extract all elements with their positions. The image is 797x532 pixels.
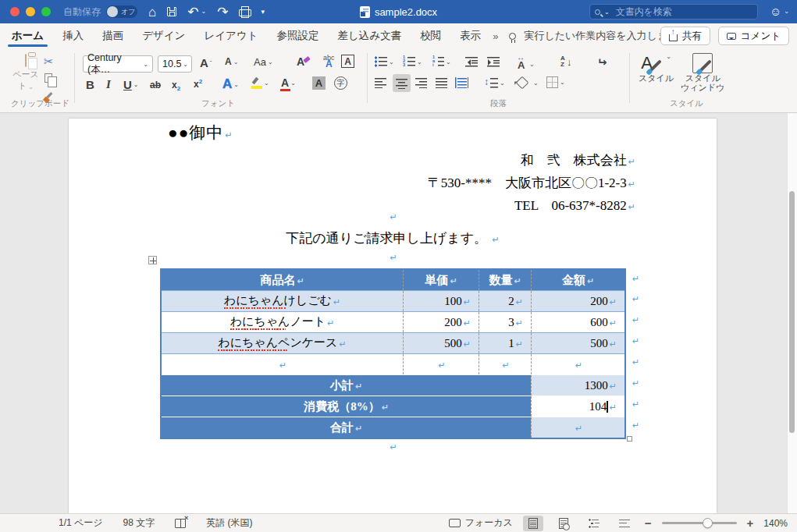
- tab-draw[interactable]: 描画: [101, 24, 124, 48]
- word-count[interactable]: 98 文字: [123, 516, 155, 530]
- quantity-cell[interactable]: 3: [479, 312, 531, 332]
- header-cell-unit-price[interactable]: 単価: [403, 270, 479, 290]
- empty-cell[interactable]: [403, 354, 479, 374]
- align-right-button[interactable]: [415, 77, 427, 88]
- tax-value-cell[interactable]: 104: [531, 396, 624, 417]
- amount-cell[interactable]: 500: [531, 333, 624, 353]
- shading-button[interactable]: ⌄: [518, 78, 539, 87]
- intro-line[interactable]: 下記の通りご請求申し上げます。: [69, 229, 717, 247]
- zoom-level[interactable]: 140%: [763, 518, 788, 529]
- borders-button[interactable]: ⌄: [546, 76, 565, 88]
- font-size-select[interactable]: 10.5⌄: [158, 55, 192, 73]
- change-case-button[interactable]: Aa⌄: [254, 56, 273, 68]
- unit-price-cell[interactable]: 200: [403, 312, 479, 332]
- redo-icon[interactable]: ↷: [217, 5, 228, 19]
- search-input[interactable]: ⌄ 文書内を検索: [589, 4, 758, 20]
- distribute-button[interactable]: [455, 77, 468, 88]
- empty-cell[interactable]: [531, 354, 624, 374]
- draft-view-button[interactable]: [614, 516, 635, 531]
- show-marks-button[interactable]: ↵: [597, 55, 607, 69]
- font-name-select[interactable]: Century (本…⌄: [83, 55, 153, 73]
- bullets-button[interactable]: ⌄: [375, 56, 394, 67]
- text-direction-button[interactable]: ⌄: [515, 58, 535, 70]
- comment-button[interactable]: コメント: [718, 27, 789, 45]
- character-shading-button[interactable]: A: [312, 76, 326, 90]
- zoom-out-button[interactable]: −: [645, 516, 652, 530]
- decrease-indent-button[interactable]: [465, 56, 478, 67]
- sender-block[interactable]: 和 弐 株式会社 〒530-**** 大阪市北区〇〇1-2-3 TEL 06-6…: [428, 150, 635, 218]
- empty-paragraph[interactable]: [69, 211, 717, 223]
- empty-cell[interactable]: [162, 354, 403, 374]
- unit-price-cell[interactable]: 500: [403, 333, 479, 353]
- align-left-button[interactable]: [375, 77, 386, 88]
- style-window-button[interactable]: スタイルウィンドウ: [681, 53, 724, 92]
- focus-mode-button[interactable]: フォーカス: [449, 516, 513, 530]
- scrollbar-thumb[interactable]: [789, 191, 795, 433]
- close-window-button[interactable]: [10, 7, 20, 16]
- product-name-cell[interactable]: わにちゃんペンケース: [162, 333, 403, 353]
- enclose-characters-button[interactable]: 字: [334, 76, 347, 90]
- tab-layout[interactable]: レイアウト: [203, 24, 258, 48]
- home-icon[interactable]: ⌂: [148, 5, 156, 19]
- bold-button[interactable]: B: [86, 78, 94, 91]
- product-name-cell[interactable]: わにちゃんけしごむ: [162, 291, 403, 311]
- tab-view[interactable]: 表示: [459, 24, 482, 48]
- quantity-cell[interactable]: 2: [479, 291, 531, 311]
- line-spacing-button[interactable]: ⌄: [484, 77, 505, 88]
- empty-cell[interactable]: [479, 354, 531, 374]
- proofing-status-icon[interactable]: [175, 519, 186, 528]
- text-effects-button[interactable]: A⌄: [222, 76, 239, 92]
- print-icon[interactable]: [239, 6, 250, 17]
- maximize-window-button[interactable]: [41, 7, 51, 16]
- zoom-slider[interactable]: [662, 522, 737, 524]
- tab-references[interactable]: 参照設定: [276, 24, 320, 48]
- quantity-cell[interactable]: 1: [479, 333, 531, 353]
- document-page[interactable]: ●●御中 和 弐 株式会社 〒530-**** 大阪市北区〇〇1-2-3 TEL…: [69, 119, 717, 513]
- undo-icon[interactable]: ↶⌄: [187, 5, 206, 19]
- superscript-button[interactable]: x2: [194, 78, 202, 90]
- multilevel-list-button[interactable]: ⌄: [432, 56, 451, 67]
- header-cell-product[interactable]: 商品名: [162, 270, 403, 290]
- empty-paragraph[interactable]: [69, 251, 717, 264]
- header-cell-quantity[interactable]: 数量: [479, 270, 531, 290]
- tab-overflow-icon[interactable]: »: [493, 30, 496, 42]
- shrink-font-button[interactable]: A⌄: [225, 56, 238, 67]
- character-border-button[interactable]: A: [341, 55, 354, 68]
- clear-formatting-button[interactable]: A: [297, 55, 304, 68]
- sort-button[interactable]: [560, 56, 573, 69]
- paste-button[interactable]: ペースト⌄: [12, 55, 39, 92]
- header-cell-amount[interactable]: 金額: [531, 270, 624, 290]
- minimize-window-button[interactable]: [26, 7, 35, 16]
- total-value-cell[interactable]: [531, 417, 624, 438]
- empty-paragraph[interactable]: [69, 441, 717, 453]
- copy-button[interactable]: [44, 73, 52, 83]
- invoice-table[interactable]: 商品名 単価 数量 金額 わにちゃんけしごむ 100 2 200 わにちゃんノー…: [160, 268, 626, 439]
- feedback-smiley-icon[interactable]: ☺⌄: [770, 5, 789, 18]
- numbering-button[interactable]: ⌄: [403, 56, 422, 67]
- product-name-cell[interactable]: わにちゃんノート: [162, 312, 403, 332]
- share-button[interactable]: 共有: [660, 27, 710, 45]
- outline-view-button[interactable]: [584, 516, 604, 531]
- underline-button[interactable]: U⌄: [123, 78, 139, 91]
- amount-cell[interactable]: 200: [531, 291, 624, 311]
- zoom-in-button[interactable]: +: [747, 516, 754, 530]
- tab-review[interactable]: 校閲: [419, 24, 442, 48]
- tab-insert[interactable]: 挿入: [62, 24, 84, 48]
- tab-home[interactable]: ホーム: [11, 24, 44, 48]
- grow-font-button[interactable]: Aˆ: [200, 56, 212, 69]
- subtotal-label-cell[interactable]: 小計: [162, 375, 531, 395]
- unit-price-cell[interactable]: 100: [403, 291, 479, 311]
- print-layout-view-button[interactable]: [523, 516, 543, 531]
- zoom-slider-knob[interactable]: [703, 518, 713, 528]
- language-status[interactable]: 英語 (米国): [206, 516, 252, 530]
- strikethrough-button[interactable]: ab: [150, 80, 161, 90]
- save-icon[interactable]: [167, 7, 176, 16]
- subscript-button[interactable]: x2: [172, 80, 180, 92]
- amount-cell[interactable]: 600: [531, 312, 624, 332]
- vertical-scrollbar[interactable]: [787, 113, 797, 513]
- tell-me-input[interactable]: 実行したい作業内容を入力します: [524, 29, 678, 43]
- italic-button[interactable]: I: [106, 78, 111, 91]
- phonetic-guide-button[interactable]: [322, 55, 336, 68]
- styles-button[interactable]: ⌄ スタイル: [639, 53, 674, 83]
- tax-label-cell[interactable]: 消費税（8%）: [162, 396, 531, 417]
